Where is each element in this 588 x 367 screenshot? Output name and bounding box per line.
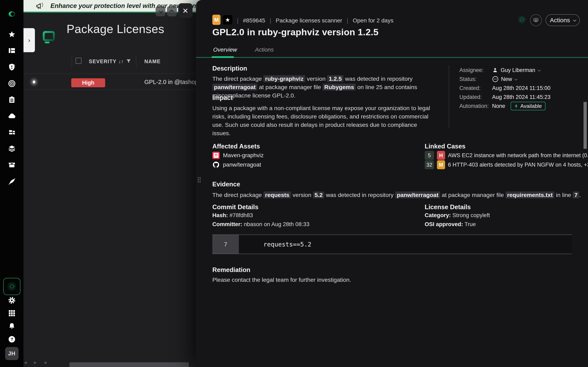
actions-button-label: Actions	[550, 17, 570, 24]
assignee-name: Guy Liberman	[501, 67, 535, 73]
sidebar-item-apps[interactable]	[7, 309, 16, 318]
svg-text:?: ?	[10, 337, 13, 342]
meta-updated-row: Updated: Aug 28th 2024 11:45:23	[459, 92, 550, 101]
code-snippet: 7 requests==5.2	[212, 234, 572, 254]
sidebar-item-notifications[interactable]	[7, 322, 16, 331]
meta-divider	[449, 66, 449, 128]
actions-button[interactable]: Actions	[545, 14, 580, 26]
status-text: New	[501, 76, 512, 82]
user-avatar[interactable]: JH	[5, 347, 18, 360]
gear-icon	[8, 296, 16, 304]
code-line-content: requests==5.2	[239, 235, 572, 254]
case-count-badge: 32	[425, 160, 434, 169]
asset-row[interactable]: Π Maven-graphviz	[212, 151, 264, 160]
tab-underline	[196, 57, 588, 58]
sidebar-item-help[interactable]: ?	[7, 335, 16, 344]
updated-label: Updated:	[459, 94, 492, 100]
license-details-heading: License Details	[425, 203, 471, 211]
remediation-heading: Remediation	[212, 266, 250, 274]
clipboard-icon	[8, 96, 16, 104]
automation-badge-label: Available	[520, 103, 542, 109]
quill-icon	[8, 177, 16, 185]
linked-cases-heading: Linked Cases	[425, 143, 466, 150]
issue-detail-panel: M ★ | #859645 | Package licenses scanner…	[196, 0, 588, 367]
created-value: Aug 28th 2024 11:15:00	[492, 85, 550, 91]
meta-status-row: Status: New	[459, 75, 517, 83]
issue-id: #859645	[243, 17, 265, 24]
sidebar-item-assets[interactable]	[7, 128, 16, 137]
updated-value: Aug 28th 2024 11:45:23	[492, 94, 550, 100]
issue-meta-line: | #859645 | Package licenses scanner | O…	[237, 17, 393, 24]
favorite-star-icon[interactable]: ★	[223, 15, 232, 25]
sidebar-item-threats[interactable]	[7, 63, 16, 72]
close-panel-button[interactable]: ×	[178, 3, 192, 18]
tab-overview[interactable]: Overview	[212, 47, 238, 58]
expand-sidebar-button[interactable]: ›	[24, 28, 35, 52]
case-severity-badge: M	[437, 160, 445, 169]
case-title: AWS EC2 instance with network path from …	[448, 152, 588, 159]
table-header: SEVERITY ↓↑ NAME	[24, 55, 196, 68]
grid-icon	[8, 309, 16, 317]
table-row[interactable]: High GPL-2.0 in @tashop/	[24, 73, 196, 90]
sidebar-item-reports[interactable]	[7, 95, 16, 104]
lightning-icon	[514, 103, 518, 109]
impact-heading: Impact	[212, 94, 233, 101]
linked-case-row[interactable]: 5 H AWS EC2 instance with network path f…	[425, 151, 588, 160]
shield-alert-icon	[8, 63, 16, 71]
page-title: Package Licenses	[67, 22, 164, 36]
module-monitor-icon	[43, 31, 55, 49]
select-all-checkbox[interactable]	[76, 58, 81, 64]
issue-name[interactable]: GPL-2.0 in @tashop/	[144, 79, 196, 85]
panel-tabs: Overview Actions	[212, 47, 275, 58]
horizontal-scrollbar[interactable]	[69, 362, 189, 367]
automation-label: Automation:	[459, 103, 492, 109]
status-value[interactable]: New	[492, 76, 517, 82]
divider: |	[270, 17, 271, 24]
layers-icon	[8, 144, 16, 152]
sidebar-item-detection[interactable]	[7, 79, 16, 88]
tab-actions[interactable]: Actions	[254, 47, 275, 58]
sidebar-item-cloud[interactable]	[7, 111, 16, 120]
evidence-text: The direct package requests version 5.2 …	[212, 191, 580, 199]
chevron-down-icon	[514, 77, 518, 81]
pagination-controls[interactable]: ◂ ▸ ◂	[24, 359, 49, 366]
issue-age: Open for 2 days	[353, 17, 393, 24]
active-tab-underline	[212, 56, 234, 58]
comments-icon[interactable]	[530, 14, 542, 26]
assignee-value[interactable]: Guy Liberman	[492, 67, 540, 73]
sidebar-item-favorites[interactable]	[7, 30, 16, 39]
sidebar-item-investigations[interactable]	[7, 177, 16, 186]
chevron-down-icon	[537, 68, 541, 72]
description-heading: Description	[212, 65, 247, 72]
drag-handle[interactable]	[197, 177, 201, 183]
name-column-header[interactable]: NAME	[144, 58, 161, 64]
github-icon	[212, 161, 220, 168]
chevron-down-icon	[573, 18, 576, 22]
sidebar-item-settings[interactable]	[7, 296, 16, 305]
status-new-icon	[492, 76, 499, 82]
sort-icon[interactable]: ↓↑	[118, 58, 123, 64]
box-icon	[8, 161, 16, 169]
star-icon	[8, 30, 16, 39]
sidebar-item-inventory[interactable]	[7, 160, 16, 169]
vertical-scrollbar[interactable]	[584, 102, 587, 149]
commit-hash: Hash: #78fdh83	[212, 212, 253, 218]
sidebar-item-dashboards[interactable]	[7, 46, 16, 55]
license-osi: OSI approved: True	[425, 221, 476, 227]
sidebar-item-active-module[interactable]	[3, 278, 20, 295]
commit-committer: Committer: nbason on Aug 28th 08:33	[212, 221, 309, 227]
automation-available-button[interactable]: Available	[511, 102, 545, 110]
evidence-heading: Evidence	[212, 181, 240, 188]
asset-row[interactable]: panw/terragoat	[212, 160, 261, 169]
linked-case-row[interactable]: 32 M 6 HTTP-403 alerts detected by PAN N…	[425, 160, 588, 169]
filter-icon[interactable]	[126, 58, 132, 64]
sidebar-item-layers[interactable]	[7, 144, 16, 153]
previous-issue-button[interactable]	[167, 6, 177, 16]
remediation-text: Please contact the legal team for furthe…	[212, 276, 498, 284]
sidebar: ? JH	[0, 0, 24, 367]
severity-column-header[interactable]: SEVERITY	[89, 58, 117, 64]
automation-pulse-icon[interactable]	[517, 14, 527, 25]
next-issue-button[interactable]	[156, 6, 165, 16]
case-severity-badge: H	[437, 151, 445, 160]
meta-assignee-row: Assignee: Guy Liberman	[459, 66, 540, 75]
